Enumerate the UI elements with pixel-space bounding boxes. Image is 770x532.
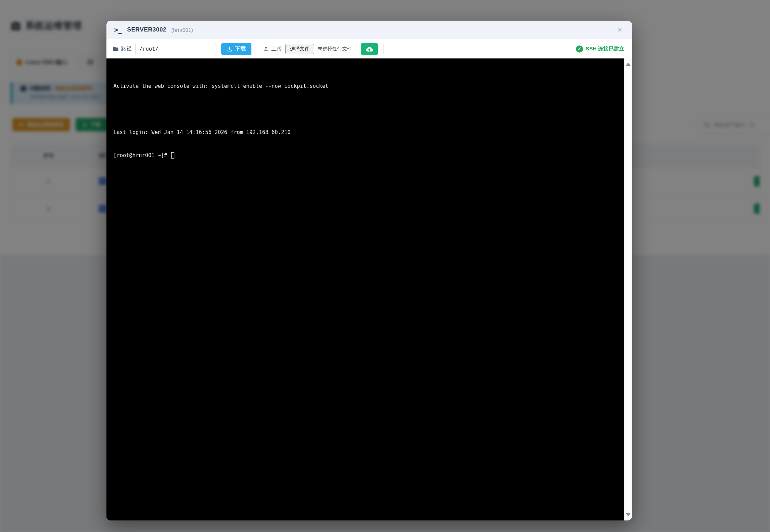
ssh-status: ✓ SSH 连接已建立	[576, 46, 626, 52]
screen: 系统运维管理 Linux SSH 端口: 22 i 功能说明: 初始化系统密码:…	[0, 0, 770, 532]
close-icon[interactable]: ×	[615, 24, 624, 35]
terminal-scrollbar[interactable]	[624, 58, 632, 520]
modal-subtitle: (hrnr001)	[171, 27, 193, 33]
download-tray-icon	[227, 46, 233, 52]
terminal-line: Last login: Wed Jan 14 14:16:56 2026 fro…	[113, 128, 621, 136]
modal-header: >_ SERVER3002 (hrnr001) ×	[106, 21, 632, 39]
path-label-group: 路径	[113, 46, 132, 52]
toolbar-divider	[257, 44, 257, 54]
scroll-up-icon[interactable]	[626, 63, 631, 66]
terminal-line-blank	[113, 105, 621, 113]
upload-icon	[263, 46, 269, 52]
upload-label-group: 上传	[263, 46, 282, 52]
path-input[interactable]	[135, 43, 216, 55]
terminal-output[interactable]: Activate the web console with: systemctl…	[106, 58, 624, 520]
folder-icon	[113, 46, 119, 52]
terminal-prompt-row: [root@hrnr001 ~]#	[113, 152, 621, 159]
ssh-terminal-modal: >_ SERVER3002 (hrnr001) × 路径 下载	[106, 21, 632, 520]
terminal-body: Activate the web console with: systemctl…	[106, 58, 632, 520]
check-circle-icon: ✓	[576, 46, 583, 52]
terminal-cursor	[171, 152, 174, 159]
modal-title: SERVER3002	[127, 26, 166, 33]
cloud-upload-icon	[366, 46, 373, 52]
cloud-upload-button[interactable]	[361, 43, 378, 55]
download-button[interactable]: 下载	[221, 43, 251, 55]
modal-toolbar: 路径 下载 上传 选择文件 未选择任何文件	[106, 39, 632, 58]
choose-file-button[interactable]: 选择文件	[285, 44, 314, 54]
download-button-label: 下载	[235, 46, 246, 52]
terminal-icon: >_	[114, 26, 122, 34]
toolbar-divider	[383, 44, 384, 54]
ssh-status-text: SSH 连接已建立	[586, 46, 624, 52]
terminal-prompt: [root@hrnr001 ~]#	[113, 152, 171, 159]
no-file-selected-text: 未选择任何文件	[318, 46, 352, 52]
terminal-line: Activate the web console with: systemctl…	[113, 82, 621, 90]
scroll-down-icon[interactable]	[626, 513, 631, 516]
path-label: 路径	[121, 46, 132, 52]
upload-label: 上传	[271, 46, 282, 52]
